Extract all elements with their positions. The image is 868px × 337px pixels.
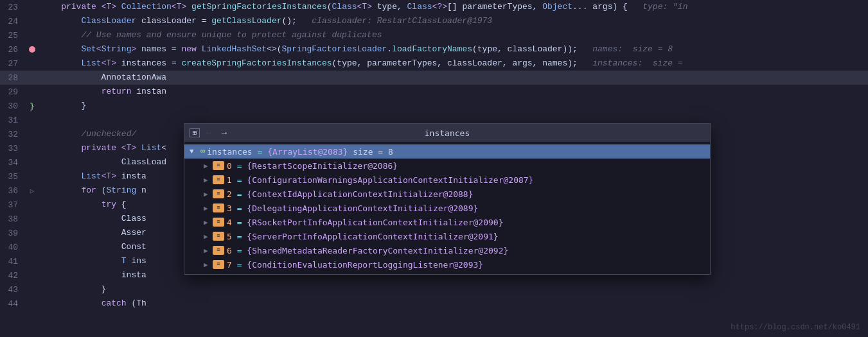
code-line-25: 25 // Use names and ensure unique to pro… <box>0 28 868 42</box>
code-line-24: 24 ClassLoader classLoader = getClassLoa… <box>0 14 868 28</box>
code-line-30: 30 } } <box>0 99 868 113</box>
line-content-30: } <box>39 99 855 113</box>
line-content-27: List<T> instances = createSpringFactorie… <box>39 56 855 71</box>
item-text-1: 1 = {ConfigurationWarningsApplicationCon… <box>227 175 533 185</box>
code-line-26: 26 Set<String> names = new LinkedHashSet… <box>0 42 868 56</box>
gutter-26 <box>26 46 39 53</box>
debug-nav: ⊞ ← → <box>190 126 231 139</box>
nav-forward-icon[interactable]: → <box>218 126 231 139</box>
line-content-24: ClassLoader classLoader = getClassLoader… <box>39 14 855 28</box>
item-text-0: 0 = {RestartScopeInitializer@2086} <box>227 161 398 171</box>
line-content-43: } <box>39 282 855 297</box>
debug-item-0[interactable]: ▶ ≡ 0 = {RestartScopeInitializer@2086} <box>199 159 710 173</box>
code-line-27: 27 List<T> instances = createSpringFacto… <box>0 56 868 71</box>
debug-panel: ⊞ ← → instances ▼ ∞ instances = {ArrayLi… <box>184 123 711 275</box>
code-line-29: 29 return instan <box>0 85 868 99</box>
debug-items: ▼ ∞ instances = {ArrayList@2083} size = … <box>184 142 710 274</box>
watermark: https://blog.csdn.net/ko0491 <box>731 323 860 332</box>
item-text-3: 3 = {DelegatingApplicationContextInitial… <box>227 203 478 213</box>
line-number-30: 30 <box>0 101 26 111</box>
item-text-2: 2 = {ContextIdApplicationContextInitiali… <box>227 189 474 199</box>
expand-arrow-3: ▶ <box>204 204 213 212</box>
item-icon-1: ≡ <box>213 175 224 184</box>
item-text-7: 7 = {ConditionEvaluationReportLoggingLis… <box>227 260 483 270</box>
loop-icon-root: ∞ <box>200 147 205 156</box>
code-line-43: 43 } <box>0 282 868 297</box>
code-line-28: 28 AnnotationAwa <box>0 71 868 85</box>
item-icon-4: ≡ <box>213 218 224 227</box>
line-number-35: 35 <box>0 172 26 182</box>
expand-arrow-6: ▶ <box>204 246 213 255</box>
gutter-30: } <box>26 101 39 111</box>
line-content-28: AnnotationAwa <box>39 71 855 85</box>
expand-arrow-2: ▶ <box>204 190 213 198</box>
item-text-4: 4 = {RSocketPortInfoApplicationContextIn… <box>227 218 503 227</box>
copy-icon[interactable]: ⊞ <box>190 128 200 137</box>
debug-root-item[interactable]: ▼ ∞ instances = {ArrayList@2083} size = … <box>184 144 710 159</box>
item-text-5: 5 = {ServerPortInfoApplicationContextIni… <box>227 232 499 241</box>
line-number-37: 37 <box>0 200 26 210</box>
expand-arrow-1: ▶ <box>204 176 213 184</box>
expand-arrow-7: ▶ <box>204 261 213 269</box>
line-number-36: 36 <box>0 186 26 196</box>
line-number-34: 34 <box>0 158 26 168</box>
line-number-40: 40 <box>0 243 26 252</box>
expand-arrow-4: ▶ <box>204 218 213 227</box>
item-icon-0: ≡ <box>213 161 224 170</box>
line-number-29: 29 <box>0 87 26 97</box>
line-content-29: return instan <box>39 85 855 99</box>
line-number-42: 42 <box>0 271 26 281</box>
line-content-44: catch (Th <box>39 297 855 311</box>
debug-children: ▶ ≡ 0 = {RestartScopeInitializer@2086} ▶… <box>199 159 710 272</box>
debug-item-1[interactable]: ▶ ≡ 1 = {ConfigurationWarningsApplicatio… <box>199 173 710 187</box>
line-number-26: 26 <box>0 45 26 55</box>
debug-item-7[interactable]: ▶ ≡ 7 = {ConditionEvaluationReportLoggin… <box>199 257 710 272</box>
item-text-6: 6 = {SharedMetadataReaderFactoryContextI… <box>227 246 508 255</box>
line-number-39: 39 <box>0 229 26 238</box>
debug-item-2[interactable]: ▶ ≡ 2 = {ContextIdApplicationContextInit… <box>199 187 710 201</box>
expand-arrow-0: ▶ <box>204 162 213 170</box>
line-number-31: 31 <box>0 116 26 125</box>
debug-title-bar: ⊞ ← → instances <box>184 124 710 142</box>
line-number-32: 32 <box>0 130 26 139</box>
line-number-43: 43 <box>0 285 26 295</box>
line-number-44: 44 <box>0 299 26 309</box>
debug-item-5[interactable]: ▶ ≡ 5 = {ServerPortInfoApplicationContex… <box>199 229 710 243</box>
item-icon-6: ≡ <box>213 246 224 255</box>
code-line-23: 23 private <T> Collection<T> getSpringFa… <box>0 0 868 14</box>
line-content-26: Set<String> names = new LinkedHashSet<>(… <box>39 42 855 56</box>
expand-arrow-5: ▶ <box>204 232 213 241</box>
line-number-38: 38 <box>0 214 26 224</box>
expand-arrow-root: ▼ <box>190 148 199 155</box>
debug-item-3[interactable]: ▶ ≡ 3 = {DelegatingApplicationContextIni… <box>199 201 710 215</box>
gutter-36: ▷ <box>26 187 39 195</box>
root-item-text: instances = {ArrayList@2083} size = 8 <box>207 147 393 157</box>
line-content-23: private <T> Collection<T> getSpringFacto… <box>39 0 855 14</box>
code-line-44: 44 catch (Th <box>0 297 868 311</box>
breakpoint-26 <box>29 46 35 53</box>
debug-panel-title: instances <box>425 128 470 138</box>
line-content-25: // Use names and ensure unique to protec… <box>39 28 855 42</box>
item-icon-3: ≡ <box>213 203 224 212</box>
code-editor: 23 private <T> Collection<T> getSpringFa… <box>0 0 868 337</box>
item-icon-7: ≡ <box>213 260 224 269</box>
line-number-28: 28 <box>0 73 26 83</box>
line-number-33: 33 <box>0 144 26 153</box>
line-number-41: 41 <box>0 257 26 266</box>
item-icon-5: ≡ <box>213 232 224 241</box>
line-number-25: 25 <box>0 31 26 40</box>
item-icon-2: ≡ <box>213 189 224 198</box>
debug-item-4[interactable]: ▶ ≡ 4 = {RSocketPortInfoApplicationConte… <box>199 215 710 229</box>
line-number-23: 23 <box>0 3 26 12</box>
line-number-24: 24 <box>0 17 26 26</box>
nav-back-icon[interactable]: ← <box>202 126 215 139</box>
line-number-27: 27 <box>0 59 26 69</box>
debug-item-6[interactable]: ▶ ≡ 6 = {SharedMetadataReaderFactoryCont… <box>199 243 710 257</box>
